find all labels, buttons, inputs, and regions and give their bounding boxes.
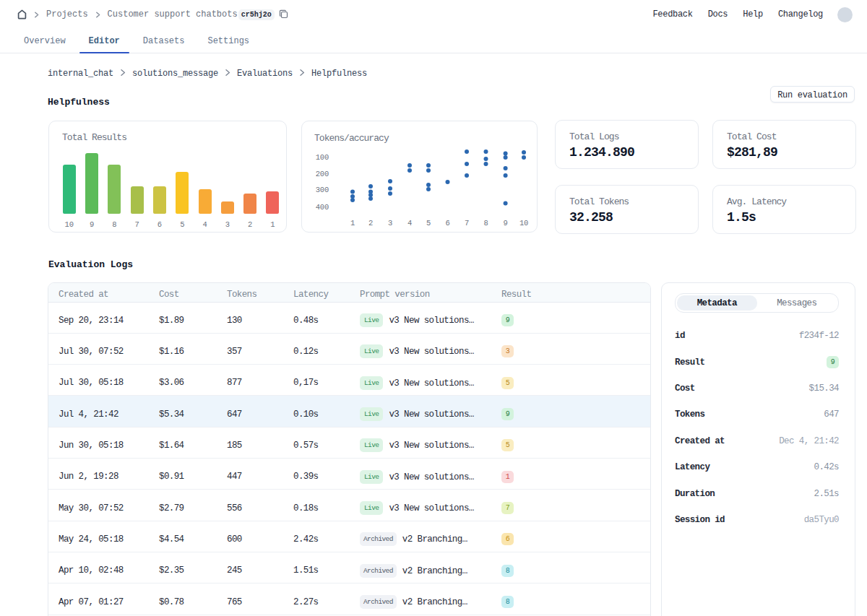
svg-text:100: 100 xyxy=(316,153,329,162)
svg-text:5: 5 xyxy=(426,219,431,227)
svg-text:9: 9 xyxy=(504,219,508,227)
svg-text:7: 7 xyxy=(465,219,469,227)
svg-text:300: 300 xyxy=(316,186,329,194)
svg-text:10: 10 xyxy=(519,219,528,227)
svg-text:1: 1 xyxy=(350,219,355,227)
svg-text:400: 400 xyxy=(316,203,329,212)
svg-text:4: 4 xyxy=(407,219,412,227)
svg-text:8: 8 xyxy=(483,219,488,227)
svg-text:200: 200 xyxy=(316,170,329,178)
svg-text:6: 6 xyxy=(445,219,449,227)
svg-text:2: 2 xyxy=(368,219,373,227)
svg-text:3: 3 xyxy=(388,219,392,227)
